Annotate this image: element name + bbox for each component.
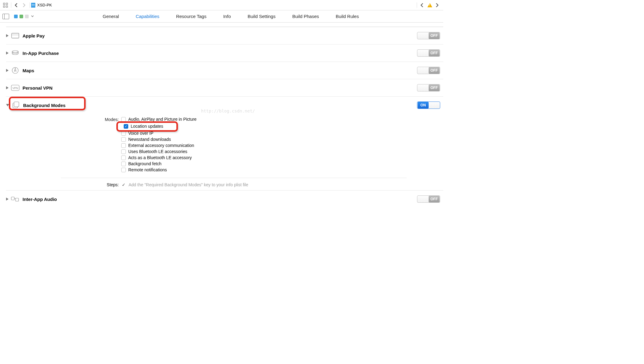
- capability-row-iap[interactable]: In-App Purchase ON OFF: [6, 44, 443, 62]
- separator: [30, 2, 30, 8]
- disclosure-icon[interactable]: [6, 86, 9, 89]
- checkbox-icon[interactable]: [121, 149, 126, 154]
- mode-option-audio[interactable]: Audio, AirPlay and Picture in Picture: [121, 117, 196, 122]
- toggle-knob: ON: [418, 102, 429, 109]
- checkbox-icon[interactable]: [121, 155, 126, 160]
- disclosure-icon[interactable]: [6, 198, 9, 201]
- mode-label: Location updates: [131, 124, 163, 129]
- capability-title: Maps: [23, 68, 34, 73]
- capability-title: Inter-App Audio: [23, 197, 57, 202]
- maps-icon: [11, 66, 19, 75]
- steps-label: Steps:: [97, 182, 119, 187]
- target-icon: [25, 15, 29, 18]
- watermark-text: http://blog.csdn.net/: [201, 109, 255, 113]
- editor-toolbar: XSD-PK: [0, 0, 443, 10]
- toggle-maps[interactable]: ON OFF: [417, 67, 440, 74]
- mode-option-remote-notif[interactable]: Remote notifications: [121, 167, 196, 172]
- svg-rect-4: [12, 33, 19, 38]
- target-icon: [14, 15, 18, 18]
- toggle-apple-pay[interactable]: ON OFF OFF: [417, 32, 440, 39]
- background-modes-body: Modes: Audio, AirPlay and Picture in Pic…: [6, 114, 443, 190]
- divider: [61, 178, 407, 178]
- checkbox-icon[interactable]: [121, 117, 126, 122]
- mode-label: Acts as a Bluetooth LE accessory: [128, 155, 192, 160]
- mode-option-bg-fetch[interactable]: Background fetch: [121, 161, 196, 166]
- mode-option-newsstand[interactable]: Newsstand downloads: [121, 137, 196, 142]
- mode-label: Audio, AirPlay and Picture in Picture: [128, 117, 196, 122]
- mode-option-ble-acts[interactable]: Acts as a Bluetooth LE accessory: [121, 155, 196, 160]
- capabilities-list: Apple Pay ON OFF OFF In-App Purchase ON …: [0, 23, 443, 220]
- next-issue-button[interactable]: [433, 2, 441, 9]
- tab-info[interactable]: Info: [223, 14, 231, 19]
- toggle-knob: OFF: [429, 67, 440, 74]
- svg-rect-3: [6, 6, 8, 7]
- vpn-icon: VPN: [11, 84, 19, 92]
- mode-label: External accessory communication: [128, 143, 194, 148]
- toggle-knob: OFF: [429, 32, 440, 39]
- mode-label: Uses Bluetooth LE accessories: [128, 149, 187, 154]
- toggle-vpn[interactable]: ON OFF: [417, 84, 440, 91]
- separator: [417, 2, 417, 8]
- capability-background-modes-wrap: Background Modes ON OFF http://blog.csdn…: [6, 96, 443, 190]
- disclosure-icon[interactable]: [6, 104, 9, 106]
- svg-rect-11: [14, 102, 19, 107]
- panel-toggle-icon[interactable]: [2, 14, 9, 19]
- toggle-knob: OFF: [429, 196, 440, 202]
- background-modes-icon: [12, 101, 20, 109]
- tab-capabilities[interactable]: Capabilities: [136, 14, 159, 19]
- prev-issue-button[interactable]: [418, 2, 426, 9]
- steps-row: Steps: ✓ Add the "Required Background Mo…: [97, 182, 443, 187]
- capability-row-vpn[interactable]: VPN Personal VPN ON OFF: [6, 79, 443, 96]
- toggle-iap[interactable]: ON OFF: [417, 49, 440, 57]
- svg-rect-1: [6, 3, 8, 5]
- capability-row-apple-pay[interactable]: Apple Pay ON OFF OFF: [6, 27, 443, 44]
- disclosure-icon[interactable]: [6, 34, 9, 37]
- modes-label: Modes:: [97, 117, 119, 122]
- tab-build-phases[interactable]: Build Phases: [292, 14, 319, 19]
- svg-text:VPN: VPN: [12, 87, 18, 90]
- target-selector[interactable]: [12, 14, 36, 19]
- related-items-icon[interactable]: [2, 2, 9, 9]
- target-icon: [19, 15, 23, 18]
- toggle-background-modes[interactable]: ON OFF: [417, 102, 440, 109]
- svg-rect-13: [16, 198, 19, 201]
- svg-point-6: [12, 51, 18, 52]
- checkbox-icon[interactable]: [121, 137, 126, 142]
- mode-label: Voice over IP: [128, 131, 154, 136]
- mode-option-voip[interactable]: Voice over IP: [121, 131, 196, 136]
- mode-option-location[interactable]: Location updates: [119, 123, 196, 130]
- inter-app-audio-icon: [11, 195, 19, 203]
- project-file-icon: [31, 3, 35, 8]
- capability-row-inter-app-audio[interactable]: Inter-App Audio ON OFF: [6, 190, 443, 208]
- checkbox-icon[interactable]: [121, 131, 126, 136]
- tab-resource-tags[interactable]: Resource Tags: [176, 14, 207, 19]
- toggle-knob: OFF: [429, 50, 440, 56]
- capability-title: Background Modes: [23, 103, 65, 108]
- disclosure-icon[interactable]: [6, 52, 9, 55]
- separator: [11, 2, 11, 8]
- nav-back-button[interactable]: [12, 2, 20, 9]
- tab-build-rules[interactable]: Build Rules: [336, 14, 359, 19]
- checkbox-icon[interactable]: [121, 168, 126, 172]
- svg-rect-0: [3, 3, 5, 5]
- checkbox-icon[interactable]: [121, 143, 126, 148]
- nav-forward-button[interactable]: [20, 2, 28, 9]
- toggle-knob: OFF: [429, 84, 440, 91]
- mode-label: Background fetch: [128, 161, 161, 166]
- checkbox-icon[interactable]: [124, 124, 128, 129]
- iap-icon: [11, 49, 19, 57]
- capability-title: Personal VPN: [23, 85, 52, 91]
- project-name[interactable]: XSD-PK: [37, 3, 52, 7]
- mode-option-ble-uses[interactable]: Uses Bluetooth LE accessories: [121, 149, 196, 154]
- checkbox-icon[interactable]: [121, 162, 126, 166]
- capability-row-maps[interactable]: Maps ON OFF: [6, 62, 443, 79]
- svg-rect-5: [12, 34, 19, 35]
- disclosure-icon[interactable]: [6, 69, 9, 72]
- tab-build-settings[interactable]: Build Settings: [248, 14, 276, 19]
- warning-icon[interactable]: [427, 3, 432, 7]
- tab-general[interactable]: General: [103, 14, 119, 19]
- toggle-inter-app-audio[interactable]: ON OFF: [417, 195, 440, 203]
- mode-option-external-accessory[interactable]: External accessory communication: [121, 143, 196, 148]
- tab-bar: General Capabilities Resource Tags Info …: [0, 10, 443, 23]
- chevron-down-icon: [31, 15, 34, 18]
